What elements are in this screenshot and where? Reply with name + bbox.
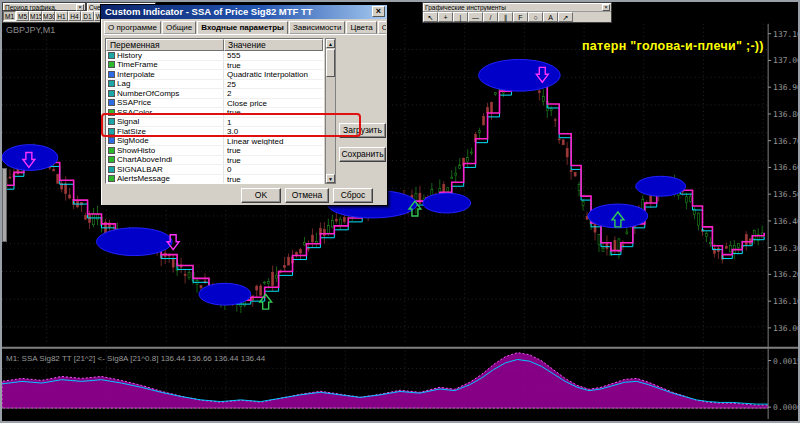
param-name: History [106,51,224,60]
graphic-tools-title: Графические инструменты [423,3,611,12]
signal-ellipse [636,176,686,196]
fibo-icon[interactable]: F [513,12,528,22]
param-type-icon [108,52,115,59]
param-value[interactable]: 555 [224,51,323,60]
tab-о-программе[interactable]: О программе [104,21,161,34]
param-type-icon [108,61,115,68]
param-type-icon [108,80,115,87]
timeframe-button-m30[interactable]: M30 [42,11,55,21]
text-icon[interactable]: A [543,12,558,22]
timeframe-button-m1[interactable]: M1 [3,11,16,21]
param-value[interactable]: Close price [224,99,323,108]
param-row-alertsmessage[interactable]: AlertsMessagetrue [106,175,323,185]
param-row-sigmode[interactable]: SigModeLinear weighted [106,137,323,147]
tab-цвета[interactable]: Цвета [346,21,376,34]
scroll-up-icon[interactable] [326,39,335,48]
param-value[interactable]: true [224,156,323,165]
param-value[interactable]: 25 [224,80,323,89]
tab-зависимости[interactable]: Зависимости [289,21,346,34]
dialog-tabs: О программеОбщиеВходные параметрыЗависим… [104,21,386,35]
close-icon[interactable] [372,6,385,17]
signal-ellipse [199,283,251,305]
timeframe-button-h1[interactable]: H1 [55,11,68,21]
param-type-icon [108,71,115,78]
param-row-signalbar[interactable]: SIGNALBAR0 [106,165,323,175]
axis-tick-label: 136.80 [773,110,798,119]
period-toolbar: Период графика, [2,2,86,11]
param-value[interactable]: Linear weighted [224,137,323,146]
axis-tick-label: 136.50 [773,190,798,199]
close-icon[interactable] [76,4,84,11]
param-value[interactable]: Quadratic Interpolation [224,70,323,79]
param-row-lag[interactable]: Lag25 [106,80,323,90]
trendline-icon[interactable]: / [483,12,498,22]
param-row-timeframe[interactable]: TimeFrametrue [106,61,323,71]
tab-отображение[interactable]: Отображение [378,21,386,34]
crosshair-icon[interactable]: + [438,12,453,22]
table-scrollbar[interactable] [325,38,336,184]
param-name: SigMode [106,137,224,146]
param-name: SIGNALBAR [106,165,224,174]
param-row-ssaprice[interactable]: SSAPriceClose price [106,99,323,109]
indicator-dialog: Custom Indicator - SSA of Price Sig82 MT… [100,4,388,206]
param-value[interactable]: 0 [224,165,323,174]
param-type-icon [108,166,115,173]
parameters-table-header: Переменная Значение [106,39,323,51]
scroll-down-icon[interactable] [326,174,335,183]
scrollbar-thumb[interactable] [326,49,335,77]
param-type-icon [108,99,115,106]
param-row-chartaboveindi[interactable]: ChartAboveInditrue [106,156,323,166]
indicator-status-label: M1: SSA Sig82 TT [21^2] <- Sig8A [21^0.8… [6,354,265,363]
param-row-numberofcomps[interactable]: NumberOfComps2 [106,89,323,99]
param-value[interactable]: 2 [224,89,323,98]
axis-tick-label: 136.10 [773,297,798,306]
axis-tick-label: 136.70 [773,137,798,146]
ok-button[interactable]: OK [241,188,281,203]
dialog-titlebar[interactable]: Custom Indicator - SSA of Price Sig82 MT… [101,5,387,19]
param-row-history[interactable]: History555 [106,51,323,61]
timeframe-button-h4[interactable]: H4 [68,11,81,21]
highlight-box [101,113,361,137]
hline-icon[interactable]: — [468,12,483,22]
channel-icon[interactable]: ∥ [498,12,513,22]
chart-symbol-label: GBPJPY,M1 [6,25,55,35]
metatrader-screen: 137.10137.00136.90136.80136.70136.60136.… [0,0,800,423]
timeframe-button-d1[interactable]: D1 [81,11,94,21]
param-value[interactable]: true [224,175,323,184]
arrow-icon[interactable]: ↗ [558,12,573,22]
axis-tick-label: 136.30 [773,244,798,253]
signal-ellipse [423,193,471,213]
annotation-head-and-shoulders: патерн "голова-и-плечи" ;-)) [582,39,764,53]
timeframe-button-m5[interactable]: M5 [16,11,29,21]
signal-ellipse [97,228,173,256]
axis-tick-label: 137.00 [773,56,798,65]
timeframe-button-m15[interactable]: M15 [29,11,42,21]
param-row-interpolate[interactable]: InterpolateQuadratic Interpolation [106,70,323,80]
param-row-showhisto[interactable]: ShowHistotrue [106,146,323,156]
axis-tick-label: 136.20 [773,270,798,279]
tab-общие[interactable]: Общие [162,21,196,34]
axis-tick-label: 0.0000 [773,403,798,412]
axis-tick-label: 136.90 [773,83,798,92]
tab-входные-параметры[interactable]: Входные параметры [197,21,288,35]
axis-tick-label: 137.10 [773,30,798,39]
shapes-icon[interactable]: ○ [528,12,543,22]
cancel-button[interactable]: Отмена [285,188,329,203]
param-value[interactable]: true [224,146,323,155]
docked-panel-sliver [2,168,7,242]
close-icon[interactable] [602,4,610,11]
cursor-icon[interactable]: ↖ [423,12,438,22]
param-name: NumberOfComps [106,89,224,98]
axis-tick-label: 136.40 [773,217,798,226]
reset-button[interactable]: Сброс [333,188,373,203]
param-type-icon [108,156,115,163]
graphic-tools-row: ↖+|—/∥F○A↗ [423,12,611,23]
param-value[interactable]: true [224,61,323,70]
column-header-value: Значение [224,39,323,51]
param-name: Lag [106,80,224,89]
axis-tick-label: 136.60 [773,163,798,172]
param-name: TimeFrame [106,61,224,70]
column-header-variable: Переменная [106,39,224,51]
save-button[interactable]: Сохранить [339,147,386,162]
vline-icon[interactable]: | [453,12,468,22]
